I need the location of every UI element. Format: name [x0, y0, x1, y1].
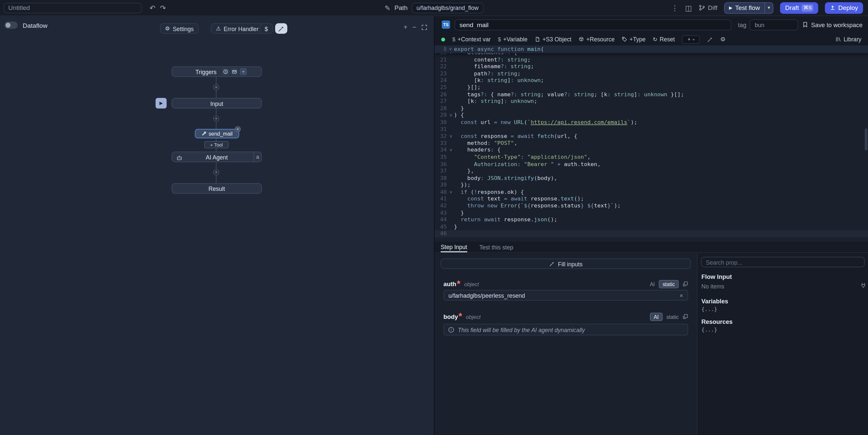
- code-line[interactable]: 32> const response = await fetch(url, {: [434, 133, 868, 140]
- error-handler-button[interactable]: ⚠ Error Handler: [211, 23, 264, 34]
- test-flow-button[interactable]: ▶ Test flow ▾: [724, 2, 774, 13]
- agent-assistant-badge[interactable]: a: [253, 152, 261, 161]
- code-line[interactable]: 39 });: [434, 182, 868, 189]
- path-value[interactable]: u/farhadglbs/grand_flow: [411, 3, 484, 13]
- code-line[interactable]: 21 content?: string;: [434, 56, 868, 63]
- tab-step-input[interactable]: Step Input: [441, 242, 467, 252]
- add-tool-button[interactable]: + Tool: [204, 141, 229, 149]
- triggers-node[interactable]: Triggers +: [172, 66, 262, 77]
- tool-node-send-mail[interactable]: send_mail: [195, 129, 239, 138]
- resources-section: Resources: [702, 318, 733, 325]
- code-line[interactable]: 36 Authorization: "Bearer " + auth.token…: [434, 161, 868, 168]
- redo-button[interactable]: ↷: [160, 4, 166, 12]
- code-line[interactable]: 45}: [434, 224, 868, 230]
- add-context-var-button[interactable]: $ +Context var: [453, 36, 491, 43]
- add-step-button[interactable]: +: [213, 169, 219, 175]
- split-view-button[interactable]: ◫: [685, 4, 692, 12]
- add-step-button[interactable]: +: [213, 116, 219, 122]
- body-ai-toggle[interactable]: AI: [650, 312, 662, 320]
- result-node[interactable]: Result: [172, 183, 262, 194]
- diff-button[interactable]: Diff: [699, 4, 717, 11]
- code-line[interactable]: 24 [k: string]: unknown;: [434, 77, 868, 84]
- code-line[interactable]: 29>) {: [434, 112, 868, 119]
- fold-chevron-icon[interactable]: >: [447, 147, 454, 154]
- expand-field-icon[interactable]: [683, 281, 688, 287]
- code-line[interactable]: 8>export async function main(: [434, 45, 868, 53]
- add-variable-button[interactable]: $ +Variable: [498, 36, 527, 43]
- code-line[interactable]: 25 }[];: [434, 84, 868, 91]
- auth-input[interactable]: u/farhadglbs/peerless_resend ×: [443, 290, 688, 301]
- script-name-input[interactable]: [454, 19, 731, 30]
- code-line[interactable]: 43 }: [434, 209, 868, 216]
- email-trigger-button[interactable]: [231, 68, 238, 75]
- plug-icon[interactable]: [860, 280, 866, 290]
- expand-field-icon[interactable]: [683, 314, 688, 319]
- fold-chevron-icon[interactable]: >: [447, 189, 454, 195]
- code-line[interactable]: 22 filename?: string;: [434, 63, 868, 70]
- code-line[interactable]: 33 method: "POST",: [434, 140, 868, 147]
- fill-inputs-button[interactable]: Fill inputs: [441, 258, 691, 269]
- dataflow-toggle[interactable]: [4, 22, 18, 29]
- code-line[interactable]: 38 body: JSON.stringify(body),: [434, 175, 868, 182]
- reset-button[interactable]: ↻ Reset: [653, 36, 675, 43]
- body-static-toggle[interactable]: static: [666, 314, 679, 319]
- clear-input-button[interactable]: ×: [680, 292, 683, 299]
- resources-value[interactable]: {...}: [702, 327, 717, 333]
- fold-chevron-icon[interactable]: >: [447, 112, 454, 119]
- code-line[interactable]: 26 tags?: { name?: string; value?: strin…: [434, 91, 868, 98]
- plus-icon: +: [692, 37, 695, 42]
- code-line[interactable]: 37 },: [434, 168, 868, 175]
- code-line[interactable]: 41 const text = await response.text();: [434, 195, 868, 203]
- settings-button[interactable]: ⚙ Settings: [160, 23, 198, 34]
- code-line[interactable]: 27 [k: string]: unknown;: [434, 98, 868, 105]
- remove-tool-button[interactable]: ×: [235, 126, 241, 132]
- ai-agent-node[interactable]: AI Agent a: [172, 152, 262, 162]
- schedule-trigger-button[interactable]: [222, 68, 229, 75]
- code-line[interactable]: 40> if (!response.ok) {: [434, 189, 868, 195]
- flow-canvas: Dataflow ⚙ Settings ⚠ Error Handler $ + …: [0, 16, 434, 435]
- ai-builder-button[interactable]: [275, 23, 287, 34]
- code-line[interactable]: 23 path?: string;: [434, 70, 868, 77]
- code-line[interactable]: 35 "Content-Type": "application/json",: [434, 154, 868, 161]
- editor-settings-button[interactable]: ⚙: [720, 36, 726, 43]
- code-line[interactable]: 28 }: [434, 105, 868, 112]
- pencil-icon[interactable]: ✎: [384, 4, 391, 12]
- search-prop-input[interactable]: [701, 257, 865, 267]
- code-editor[interactable]: 20> attachments?: {21 content?: string;2…: [434, 45, 868, 242]
- add-type-button[interactable]: +Type: [622, 36, 646, 43]
- dollar-button[interactable]: $: [260, 23, 273, 34]
- add-trigger-button[interactable]: +: [240, 68, 247, 75]
- assistant-chip[interactable]: +: [682, 35, 700, 43]
- tag-input[interactable]: [750, 19, 799, 30]
- add-step-button[interactable]: +: [213, 84, 219, 90]
- kebab-menu-button[interactable]: ⋮: [671, 4, 678, 12]
- code-line[interactable]: 34> headers: {: [434, 147, 868, 154]
- code-line[interactable]: 31: [434, 126, 868, 133]
- code-line[interactable]: 46: [434, 230, 868, 238]
- code-line[interactable]: 44 return await response.json();: [434, 217, 868, 224]
- fold-chevron-icon[interactable]: >: [447, 45, 454, 53]
- add-resource-button[interactable]: +Resource: [579, 36, 615, 43]
- draft-button[interactable]: Draft ⌘S: [780, 2, 818, 13]
- flow-title-input[interactable]: [3, 3, 142, 13]
- zoom-in-button[interactable]: +: [404, 23, 408, 31]
- variables-value[interactable]: {...}: [702, 306, 717, 312]
- deploy-button[interactable]: Deploy: [825, 2, 863, 13]
- auth-static-toggle[interactable]: static: [658, 280, 679, 288]
- code-line[interactable]: 42 throw new Error(`${response.status} $…: [434, 203, 868, 209]
- code-scrollbar[interactable]: [865, 128, 867, 151]
- library-button[interactable]: Library: [835, 36, 861, 43]
- auth-ai-toggle[interactable]: AI: [650, 281, 655, 287]
- test-flow-dropdown[interactable]: ▾: [765, 3, 773, 13]
- code-line[interactable]: 30 const url = new URL(`https://api.rese…: [434, 119, 868, 126]
- fold-chevron-icon[interactable]: >: [447, 133, 454, 140]
- zoom-out-button[interactable]: −: [412, 23, 416, 31]
- save-workspace-button[interactable]: Save to workspace: [802, 21, 862, 28]
- run-input-button[interactable]: ▶: [156, 98, 166, 108]
- add-s3-object-button[interactable]: +S3 Object: [535, 36, 571, 43]
- input-node[interactable]: Input: [172, 98, 262, 108]
- undo-button[interactable]: ↶: [150, 4, 156, 12]
- fit-view-button[interactable]: [421, 23, 427, 31]
- tab-test-step[interactable]: Test this step: [479, 242, 514, 252]
- editor-wand-button[interactable]: [707, 36, 713, 43]
